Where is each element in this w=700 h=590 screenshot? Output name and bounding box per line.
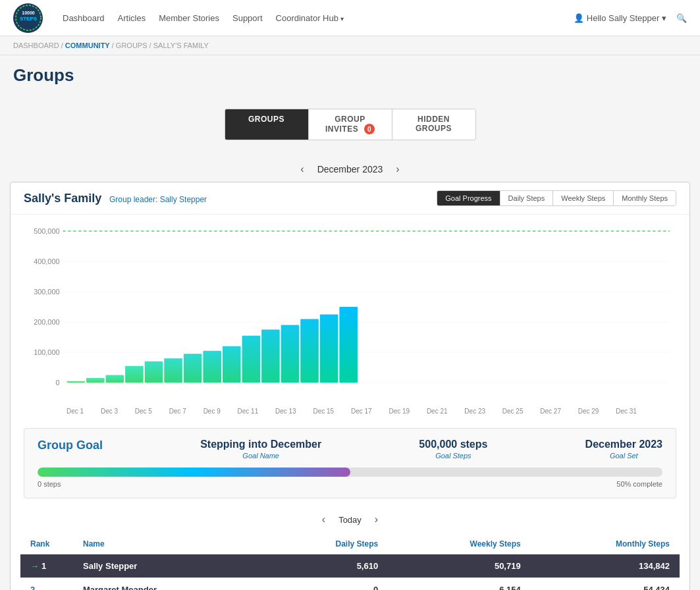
search-icon[interactable]: 🔍 <box>676 13 687 23</box>
chart-svg: 500,000 400,000 300,000 200,000 100,000 … <box>24 225 676 409</box>
month-next-button[interactable]: › <box>396 163 399 175</box>
svg-rect-22 <box>164 358 182 383</box>
goal-col-set: December 2023 Goal Set <box>585 439 662 460</box>
progress-bar <box>38 468 662 477</box>
table-body: →1Sally Stepper5,61050,719134,8422Margar… <box>20 554 680 591</box>
svg-rect-26 <box>242 336 261 383</box>
daily-steps-cell: 5,610 <box>262 554 388 578</box>
col-weekly: Weekly Steps <box>388 534 530 554</box>
svg-text:0: 0 <box>55 379 59 387</box>
logo-image: 10000 STEPS <box>13 3 43 33</box>
view-monthly-steps[interactable]: Monthly Steps <box>614 191 676 205</box>
user-greeting: 👤 Hello Sally Stepper ▾ <box>574 13 666 23</box>
table-row: →1Sally Stepper5,61050,719134,842 <box>20 554 680 578</box>
view-buttons: Goal Progress Daily Steps Weekly Steps M… <box>437 190 676 206</box>
svg-text:100,000: 100,000 <box>34 348 59 356</box>
month-label: December 2023 <box>317 164 383 174</box>
name-cell: Margaret Meander <box>73 578 262 591</box>
col-daily: Daily Steps <box>262 534 388 554</box>
svg-rect-27 <box>261 330 280 383</box>
progress-bar-fill <box>38 468 350 477</box>
header: 10000 STEPS Dashboard Articles Member St… <box>0 0 700 36</box>
rank-cell: →1 <box>20 554 73 578</box>
chart-x-label: Dec 29 <box>578 408 599 415</box>
chart-x-label: Dec 31 <box>616 408 637 415</box>
goal-col-steps: 500,000 steps Goal Steps <box>419 439 487 460</box>
progress-start: 0 steps <box>38 480 61 488</box>
breadcrumb-groups[interactable]: GROUPS <box>116 41 148 49</box>
svg-text:10000: 10000 <box>22 11 35 15</box>
monthly-steps-cell: 54,434 <box>531 578 680 591</box>
today-nav: ‹ Today › <box>20 508 680 531</box>
logo: 10000 STEPS <box>13 3 43 33</box>
svg-text:500,000: 500,000 <box>34 227 59 235</box>
tab-group-invites[interactable]: GROUP INVITES 0 <box>308 109 392 140</box>
svg-rect-18 <box>86 378 105 383</box>
main-card: Sally's Family Group leader: Sally Stepp… <box>10 182 690 590</box>
view-weekly-steps[interactable]: Weekly Steps <box>553 191 614 205</box>
page-title: Groups <box>0 55 700 92</box>
invites-badge: 0 <box>364 124 375 134</box>
chart-x-label: Dec 13 <box>275 408 296 415</box>
today-next-button[interactable]: › <box>375 514 378 525</box>
name-cell: Sally Stepper <box>73 554 262 578</box>
svg-text:300,000: 300,000 <box>34 288 59 296</box>
rank-cell: 2 <box>20 578 73 591</box>
daily-steps-cell: 0 <box>262 578 388 591</box>
goal-section: Group Goal Stepping into December Goal N… <box>24 428 676 498</box>
month-prev-button[interactable]: ‹ <box>300 163 304 175</box>
view-daily-steps[interactable]: Daily Steps <box>500 191 554 205</box>
chart-x-label: Dec 11 <box>238 408 259 415</box>
chart-area: 500,000 400,000 300,000 200,000 100,000 … <box>11 215 689 421</box>
svg-text:400,000: 400,000 <box>34 257 59 265</box>
tab-groups[interactable]: GROUPS <box>225 109 308 140</box>
chart-x-label: Dec 15 <box>313 408 334 415</box>
rank-arrow: → <box>30 561 39 571</box>
today-label: Today <box>338 515 362 525</box>
breadcrumb-dashboard[interactable]: DASHBOARD <box>13 41 59 49</box>
breadcrumb-current: SALLY'S FAMILY <box>153 41 209 49</box>
leaderboard-table: Rank Name Daily Steps Weekly Steps Month… <box>20 534 680 590</box>
nav-coordinator-hub[interactable]: Coordinator Hub <box>276 10 344 26</box>
today-prev-button[interactable]: ‹ <box>322 514 325 525</box>
view-goal-progress[interactable]: Goal Progress <box>437 191 500 205</box>
table-row: 2Margaret Meander06,15454,434 <box>20 578 680 591</box>
chart-x-label: Dec 3 <box>101 408 118 415</box>
svg-rect-19 <box>106 375 124 383</box>
breadcrumb: DASHBOARD / COMMUNITY / GROUPS / SALLY'S… <box>0 36 700 55</box>
col-name: Name <box>73 534 262 554</box>
chart-x-label: Dec 7 <box>169 408 186 415</box>
weekly-steps-cell: 50,719 <box>388 554 530 578</box>
svg-rect-21 <box>145 362 163 383</box>
svg-rect-31 <box>339 307 358 383</box>
svg-rect-20 <box>125 366 144 383</box>
breadcrumb-community[interactable]: COMMUNITY <box>65 41 110 49</box>
main-nav: Dashboard Articles Member Stories Suppor… <box>63 10 574 26</box>
leaderboard: ‹ Today › Rank Name Daily Steps Weekly S… <box>20 508 680 590</box>
svg-rect-29 <box>300 319 319 383</box>
svg-rect-23 <box>184 354 202 383</box>
nav-support[interactable]: Support <box>232 10 263 26</box>
nav-articles[interactable]: Articles <box>118 10 146 26</box>
progress-end: 50% complete <box>616 480 662 488</box>
tab-hidden-groups[interactable]: HIDDEN GROUPS <box>392 109 475 140</box>
goal-col-name: Stepping into December Goal Name <box>200 439 321 460</box>
svg-rect-28 <box>281 325 300 383</box>
group-name: Sally's Family <box>24 192 101 205</box>
col-rank: Rank <box>20 534 73 554</box>
tabs: GROUPS GROUP INVITES 0 HIDDEN GROUPS <box>225 109 476 140</box>
card-header: Sally's Family Group leader: Sally Stepp… <box>11 182 689 215</box>
chart-x-label: Dec 19 <box>389 408 410 415</box>
tabs-container: GROUPS GROUP INVITES 0 HIDDEN GROUPS <box>0 99 700 150</box>
goal-col-title: Group Goal <box>38 439 103 452</box>
month-nav: ‹ December 2023 › <box>0 157 700 182</box>
svg-text:200,000: 200,000 <box>34 318 59 326</box>
chart-x-label: Dec 5 <box>135 408 152 415</box>
chart-x-label: Dec 21 <box>427 408 448 415</box>
svg-rect-25 <box>223 346 241 383</box>
svg-text:STEPS: STEPS <box>19 16 37 22</box>
svg-rect-17 <box>67 381 85 383</box>
nav-member-stories[interactable]: Member Stories <box>159 10 219 26</box>
nav-dashboard[interactable]: Dashboard <box>63 10 105 26</box>
svg-rect-30 <box>320 315 338 383</box>
